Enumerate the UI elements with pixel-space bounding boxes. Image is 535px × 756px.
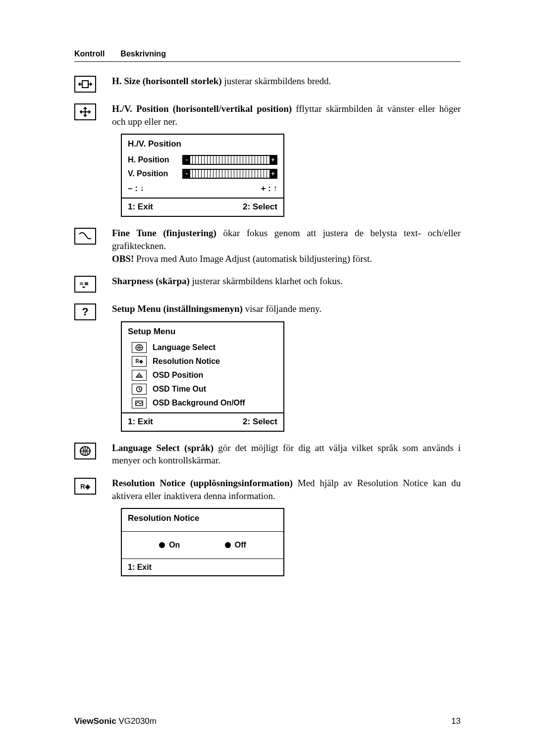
header-beskrivning: Beskrivning [120, 50, 166, 58]
hsize-description: H. Size (horisontell storlek) justerar s… [112, 75, 461, 88]
sharpness-icon [74, 276, 96, 293]
menu-osd-background[interactable]: OSD Background On/Off [122, 396, 283, 412]
footer-brand: ViewSonic [74, 716, 116, 726]
setup-icon: ? [74, 303, 96, 320]
menu-osd-position[interactable]: OSD Position [122, 368, 283, 382]
svg-rect-4 [138, 376, 140, 377]
sharpness-description: Sharpness (skärpa) justerar skärmbildens… [112, 275, 461, 288]
setup-exit-label: 1: Exit [128, 416, 153, 428]
svg-rect-1 [80, 282, 83, 285]
footer-model: VG2030m [116, 716, 157, 726]
setup-description: Setup Menu (inställningsmenyn) visar föl… [112, 302, 461, 432]
res-notice-icon: R◈ [132, 356, 147, 367]
h-position-slider[interactable]: -+ [182, 155, 277, 165]
osd-resolution-notice: Resolution Notice On Off 1: Exit [121, 508, 284, 576]
radio-bullet-icon [159, 542, 165, 548]
exit-label: 1: Exit [128, 202, 153, 213]
background-icon [132, 398, 147, 408]
radio-bullet-icon [225, 542, 231, 548]
page-number: 13 [451, 716, 461, 726]
osd-hv-position: H./V. Position H. Position -+ V. Positio… [121, 134, 284, 217]
resnotice-icon: R◈ [74, 478, 96, 495]
plus-control: + : ↑ [261, 183, 277, 195]
table-header: Kontroll Beskrivning [74, 50, 461, 62]
res-off-option[interactable]: Off [225, 540, 246, 551]
clock-icon [132, 384, 147, 395]
header-kontroll: Kontroll [74, 50, 105, 58]
menu-language-select[interactable]: Language Select [122, 341, 283, 354]
h-position-label: H. Position [128, 154, 177, 165]
page-footer: ViewSonic VG2030m 13 [74, 697, 461, 726]
svg-rect-2 [85, 282, 88, 285]
menu-osd-timeout[interactable]: OSD Time Out [122, 382, 283, 396]
language-description: Language Select (språk) gör det möjligt … [112, 442, 461, 467]
v-position-slider[interactable]: -+ [182, 169, 277, 179]
hsize-icon [74, 76, 96, 93]
svg-rect-0 [82, 81, 88, 88]
osd-setup-menu: Setup Menu Language Select R◈ Resolution… [121, 321, 284, 432]
hvpos-description: H./V. Position (horisontell/vertikal pos… [112, 102, 461, 217]
res-on-option[interactable]: On [159, 540, 180, 551]
v-position-label: V. Position [128, 168, 177, 179]
hvpos-icon [74, 103, 96, 120]
osd-position-icon [132, 370, 147, 381]
minus-control: – : ↓ [128, 183, 144, 195]
finetune-description: Fine Tune (finjustering) ökar fokus geno… [112, 227, 461, 265]
res-exit-label: 1: Exit [128, 563, 152, 571]
setup-select-label: 2: Select [243, 416, 277, 428]
resnotice-description: Resolution Notice (upplösningsinformatio… [112, 477, 461, 576]
menu-resolution-notice[interactable]: R◈ Resolution Notice [122, 354, 283, 368]
select-label: 2: Select [243, 202, 277, 213]
language-icon [74, 443, 96, 459]
globe-icon [132, 342, 147, 353]
finetune-icon [74, 228, 96, 245]
